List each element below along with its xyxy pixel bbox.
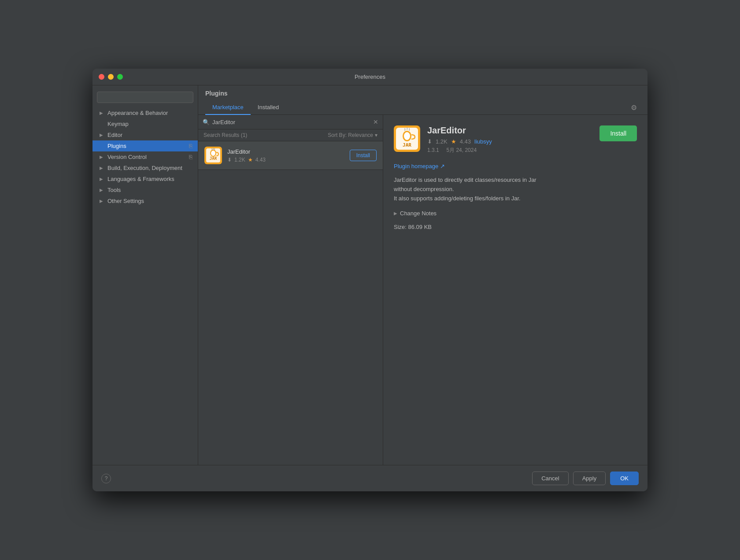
plugin-size: Size: 86.09 KB — [394, 224, 637, 230]
sidebar-item-label: Keymap — [107, 121, 129, 127]
detail-rating: 4.43 — [460, 138, 471, 145]
plugin-homepage-link[interactable]: Plugin homepage ↗ — [394, 163, 637, 169]
clear-search-button[interactable]: ✕ — [373, 118, 378, 125]
title-bar: Preferences — [92, 69, 648, 85]
plugin-detail-header: JAR JarEd — [394, 125, 637, 154]
chevron-right-icon: ▶ — [100, 133, 105, 137]
search-results-count: Search Results (1) — [204, 132, 247, 138]
svg-point-11 — [404, 132, 410, 140]
bottom-bar: ? Cancel Apply OK — [92, 465, 648, 491]
plugins-header: Plugins Marketplace Installed ⚙ — [198, 85, 648, 115]
sidebar-search-container — [92, 89, 198, 106]
tab-installed-label: Installed — [258, 104, 279, 111]
maximize-button[interactable] — [117, 74, 123, 80]
svg-text:JAR: JAR — [403, 142, 411, 148]
copy-icon: ⎘ — [189, 143, 192, 149]
plugin-detail-version: 1.3.1 5月 24, 2024 — [427, 147, 592, 154]
chevron-right-icon: ▶ — [100, 111, 105, 115]
download-icon: ⬇ — [427, 138, 432, 145]
download-icon: ⬇ — [227, 157, 232, 163]
sidebar-item-label: Languages & Frameworks — [107, 176, 174, 182]
change-notes-label: Change Notes — [400, 210, 437, 217]
plugin-description: JarEditor is used to directly edit class… — [394, 176, 637, 203]
sidebar-item-label: Tools — [107, 187, 121, 193]
chevron-right-icon: ▶ — [100, 177, 105, 181]
sidebar-item-tools[interactable]: ▶ Tools — [92, 184, 198, 195]
rating: 4.43 — [255, 157, 266, 163]
star-icon: ★ — [248, 157, 253, 163]
detail-downloads: 1.2K — [436, 138, 448, 145]
sidebar-item-other-settings[interactable]: ▶ Other Settings — [92, 195, 198, 206]
close-button[interactable] — [99, 74, 104, 80]
size-label: Size: 86.09 KB — [394, 224, 432, 230]
bottom-actions: Cancel Apply OK — [532, 472, 639, 485]
tab-installed[interactable]: Installed — [251, 100, 286, 115]
chevron-right-icon: ▶ — [100, 166, 105, 170]
sidebar-item-plugins[interactable]: Plugins ⎘ — [92, 140, 198, 151]
plugin-meta: ⬇ 1.2K ★ 4.43 — [227, 157, 344, 163]
list-item[interactable]: JAR — [198, 141, 383, 170]
chevron-down-icon: ▾ — [375, 132, 377, 138]
plugin-detail-meta: ⬇ 1.2K ★ 4.43 liubsyy — [427, 138, 592, 145]
description-line1: JarEditor is used to directly edit class… — [394, 177, 536, 183]
plugin-search-input[interactable] — [212, 119, 370, 125]
tab-marketplace[interactable]: Marketplace — [205, 100, 251, 115]
description-line3: It also supports adding/deleting files/f… — [394, 195, 521, 202]
apply-button[interactable]: Apply — [573, 472, 606, 485]
window-title: Preferences — [355, 74, 385, 80]
settings-gear-icon[interactable]: ⚙ — [627, 102, 640, 114]
plugin-name: JarEditor — [227, 148, 344, 155]
sidebar-search-input[interactable] — [97, 92, 193, 103]
description-line2: without decompression. — [394, 186, 454, 192]
chevron-right-icon: ▶ — [394, 211, 397, 216]
copy-icon: ⎘ — [189, 154, 192, 160]
plugin-icon: JAR — [204, 147, 222, 164]
plugin-search-bar: 🔍 ✕ — [198, 115, 383, 129]
plugin-list-info: JarEditor ⬇ 1.2K ★ 4.43 — [227, 148, 344, 163]
sidebar-item-keymap[interactable]: Keymap — [92, 118, 198, 129]
sidebar-item-label: Other Settings — [107, 198, 144, 204]
chevron-right-icon: ▶ — [100, 155, 105, 159]
sort-by-dropdown[interactable]: Sort By: Relevance ▾ — [328, 132, 377, 138]
release-date: 5月 24, 2024 — [446, 147, 477, 153]
chevron-right-icon: ▶ — [100, 199, 105, 203]
main-content: ▶ Appearance & Behavior Keymap ▶ Editor … — [92, 85, 648, 465]
download-count: 1.2K — [234, 157, 245, 163]
plugins-body: 🔍 ✕ Search Results (1) Sort By: Relevanc… — [198, 115, 648, 465]
cancel-button[interactable]: Cancel — [532, 472, 568, 485]
help-button[interactable]: ? — [101, 474, 111, 483]
list-install-button[interactable]: Install — [350, 150, 377, 161]
content-area: Plugins Marketplace Installed ⚙ — [198, 85, 648, 465]
sidebar-item-version-control[interactable]: ▶ Version Control ⎘ — [92, 151, 198, 162]
change-notes-toggle[interactable]: ▶ Change Notes — [394, 210, 637, 217]
sidebar-item-label: Plugins — [107, 143, 126, 149]
sidebar-item-label: Appearance & Behavior — [107, 110, 168, 116]
sidebar-item-editor[interactable]: ▶ Editor — [92, 129, 198, 140]
sidebar-item-label: Editor — [107, 132, 122, 138]
version-number: 1.3.1 — [427, 147, 439, 153]
sidebar: ▶ Appearance & Behavior Keymap ▶ Editor … — [92, 85, 198, 465]
results-bar: Search Results (1) Sort By: Relevance ▾ — [198, 129, 383, 141]
detail-author[interactable]: liubsyy — [474, 138, 492, 145]
detail-install-button[interactable]: Install — [599, 125, 637, 141]
help-label: ? — [105, 475, 108, 482]
plugin-detail-panel: JAR JarEd — [383, 115, 648, 465]
minimize-button[interactable] — [108, 74, 114, 80]
ok-button[interactable]: OK — [610, 472, 639, 485]
sidebar-item-label: Build, Execution, Deployment — [107, 165, 182, 171]
traffic-lights — [99, 74, 123, 80]
sidebar-item-languages[interactable]: ▶ Languages & Frameworks — [92, 173, 198, 184]
svg-point-5 — [211, 151, 215, 156]
plugin-detail-name: JarEditor — [427, 125, 592, 136]
sort-by-label: Sort By: Relevance — [328, 132, 373, 138]
sidebar-item-appearance[interactable]: ▶ Appearance & Behavior — [92, 107, 198, 118]
sidebar-item-build[interactable]: ▶ Build, Execution, Deployment — [92, 162, 198, 173]
sidebar-item-label: Version Control — [107, 154, 147, 160]
homepage-label: Plugin homepage ↗ — [394, 163, 445, 169]
preferences-window: Preferences ▶ Appearance & Behavior Keym… — [92, 69, 648, 491]
star-icon: ★ — [451, 138, 456, 145]
chevron-right-icon: ▶ — [100, 188, 105, 192]
plugins-title: Plugins — [205, 90, 640, 97]
plugin-list-panel: 🔍 ✕ Search Results (1) Sort By: Relevanc… — [198, 115, 383, 465]
plugin-list: JAR — [198, 141, 383, 465]
